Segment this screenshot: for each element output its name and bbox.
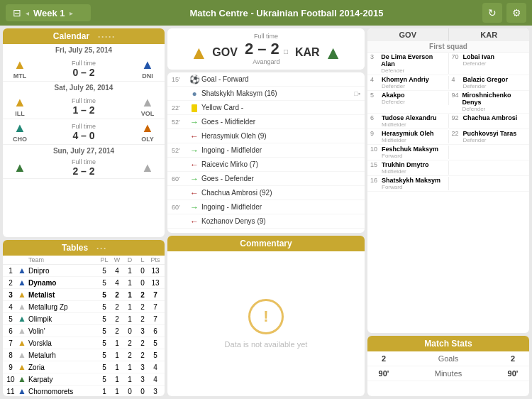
match-stats-header: Match Stats	[367, 336, 529, 351]
week-selector[interactable]: ⊟ ◂ Week 1 ▸	[6, 4, 91, 21]
app-title: Match Centre - Ukrainian Football 2014-2…	[91, 8, 482, 18]
home-team-name: GOV	[212, 46, 238, 59]
squad-player-row: 3 De Lima Everson Alan Defender 70 Lobai…	[367, 53, 529, 75]
sub-on-icon: →	[187, 202, 201, 212]
home-shirt: ▲	[13, 95, 26, 110]
commentary-body: ! Data is not available yet	[167, 251, 365, 396]
squad-player-row: 6 Tudose Alexandru Midfielder 92 Chachua…	[367, 114, 529, 129]
stat-row-minutes: 90' Minutes 90'	[367, 366, 529, 381]
table-row: 3 ▲ Metalist 5 2 1 2 7	[3, 289, 165, 301]
home-shirt-large: ▲	[190, 42, 209, 64]
table-row: 7 ▲ Vorskla 5 1 2 2 5	[3, 337, 165, 349]
table-row: 5 ▲ Olimpik 5 2 1 2 7	[3, 313, 165, 325]
events-panel: 15' ⚽ Goal - Forward ● Shatskykh Maksym …	[167, 72, 365, 233]
score-value: 2 – 2 □	[245, 40, 288, 58]
match-row: ▲ MTL Full time 0 – 2 ▲ DNI	[3, 56, 165, 82]
team-shirt-icon: ▲	[16, 302, 28, 312]
table-row: 11 ▲ Chornomorets 1 1 0 0 3	[3, 386, 165, 396]
top-bar: ⊟ ◂ Week 1 ▸ Match Centre - Ukrainian Fo…	[0, 0, 532, 26]
sub-off-icon: ←	[187, 131, 201, 141]
commentary-panel: Commentary ! Data is not available yet	[167, 236, 365, 396]
chevron-left-icon: ◂	[26, 9, 29, 17]
date-sun: Sun, July 27, 2014	[3, 145, 165, 157]
goal-icon: ⚽	[187, 75, 201, 84]
home-shirt: ▲	[13, 58, 26, 72]
tables-title: Tables	[62, 243, 88, 253]
center-panel: Full time ▲ GOV 2 – 2 □ Avangard KAR ▲	[167, 28, 365, 396]
match-status: Full time	[173, 33, 359, 40]
match-row: ▲ ILL Full time 1 – 2 ▲ VOL	[3, 94, 165, 119]
squad-section-title: First squad	[367, 41, 529, 53]
settings-button[interactable]: ⚙	[506, 3, 526, 23]
tables-header: Tables • • •	[3, 240, 165, 256]
team-shirt-icon: ▲	[16, 290, 28, 300]
team-shirt-icon: ▲	[16, 278, 28, 288]
sub-on-icon: →	[187, 146, 201, 155]
table-row: 8 ▲ Metalurh 5 1 2 2 5	[3, 349, 165, 361]
event-row: 52' → Goes - Midfielder	[167, 115, 365, 129]
match-score-panel: Full time ▲ GOV 2 – 2 □ Avangard KAR ▲	[167, 28, 365, 70]
sub-off-icon: ←	[187, 160, 201, 170]
team-shirt-icon: ▲	[16, 362, 28, 372]
warning-icon: !	[248, 299, 284, 334]
main-content: Calendar • • • • • Fri, July 25, 2014 ▲ …	[0, 26, 532, 399]
stat-row-goals: 2 Goals 2	[367, 351, 529, 366]
away-shirt-large: ▲	[324, 42, 343, 64]
yellow-card-icon	[187, 103, 201, 113]
home-shirt: ▲	[13, 160, 26, 175]
away-team-header: KAR	[449, 28, 530, 41]
left-panel: Calendar • • • • • Fri, July 25, 2014 ▲ …	[3, 28, 165, 396]
event-row: ← Kozhanov Denys (9)	[167, 214, 365, 229]
tables-dots: • • •	[96, 245, 106, 251]
match-teams: ▲ GOV 2 – 2 □ Avangard KAR ▲	[173, 40, 359, 65]
table-header-row: Team PL W D L Pts	[3, 256, 165, 265]
sub-on-icon: →	[187, 174, 201, 184]
sub-off-icon: ←	[187, 188, 201, 198]
table-row: 4 ▲ Metallurg Zp 5 2 1 2 7	[3, 301, 165, 313]
date-sat: Sat, July 26, 2014	[3, 82, 165, 94]
team-shirt-icon: ▲	[16, 314, 28, 324]
score-subtitle: Avangard	[245, 58, 288, 65]
team-shirt-icon: ▲	[16, 374, 28, 384]
date-fri: Fri, July 25, 2014	[3, 44, 165, 56]
table-row: 6 ▲ Volin' 5 2 0 3 6	[3, 325, 165, 337]
chevron-right-icon: ▸	[70, 9, 73, 17]
right-panel: GOV KAR First squad 3 De Lima Everson Al…	[367, 28, 529, 396]
team-shirt-icon: ▲	[16, 326, 28, 336]
squad-player-row: 5 Akakpo Defender 94 Miroshnichenko Deny…	[367, 91, 529, 114]
team-shirt-icon: ▲	[16, 266, 28, 275]
event-row: ← Chachua Ambrosi (92)	[167, 186, 365, 200]
event-row: 22' Yellow Card -	[167, 101, 365, 115]
refresh-button[interactable]: ↻	[482, 3, 502, 23]
squad-player-row: 15 Trukhin Dmytro Midfielder	[367, 160, 529, 176]
event-row: ● Shatskykh Maksym (16) □▪	[167, 87, 365, 101]
event-row: ← Herasymiuk Oleh (9)	[167, 129, 365, 143]
event-row: 15' ⚽ Goal - Forward	[167, 72, 365, 87]
toolbar-right: ↻ ⚙	[482, 3, 526, 23]
home-team-display: ▲ GOV	[190, 42, 238, 64]
event-row: ← Raicevic Mirko (7)	[167, 158, 365, 172]
home-shirt: ▲	[13, 121, 26, 136]
squad-player-row: 9 Herasymiuk Oleh Midfielder 22 Puchkovs…	[367, 129, 529, 145]
away-shirt: ▲	[141, 160, 154, 175]
table-row: 9 ▲ Zoria 5 1 1 3 4	[3, 361, 165, 373]
event-row: 60' → Goes - Defender	[167, 172, 365, 186]
squad-player-row: 4 Khomyn Andriy Defender 4 Balazic Grego…	[367, 75, 529, 91]
away-shirt: ▲	[141, 58, 154, 72]
tables-content: Team PL W D L Pts 1 ▲ Dnipro 5 4 1 0 13	[3, 256, 165, 396]
squad-panel: GOV KAR First squad 3 De Lima Everson Al…	[367, 28, 529, 333]
sub-off-icon: ←	[187, 217, 201, 226]
away-team-display: KAR ▲	[295, 42, 342, 64]
filter-icon: ⊟	[13, 7, 21, 18]
match-row: ▲ Full time 2 – 2 ▲	[3, 157, 165, 179]
team-shirt-icon: ▲	[16, 350, 28, 360]
tables-panel: Tables • • • Team PL W D L Pts 1 ▲	[3, 240, 165, 396]
week-label: Week 1	[33, 8, 65, 18]
away-shirt: ▲	[141, 121, 154, 136]
squad-player-row: 10 Feshchuk Maksym Forward	[367, 145, 529, 160]
squad-header: GOV KAR	[367, 28, 529, 41]
squad-player-row: 16 Shatskykh Maksym Forward	[367, 176, 529, 192]
no-data-message: Data is not available yet	[225, 340, 308, 349]
table-row: 10 ▲ Karpaty 5 1 1 3 4	[3, 373, 165, 386]
event-row: 60' → Ingoing - Midfielder	[167, 200, 365, 214]
